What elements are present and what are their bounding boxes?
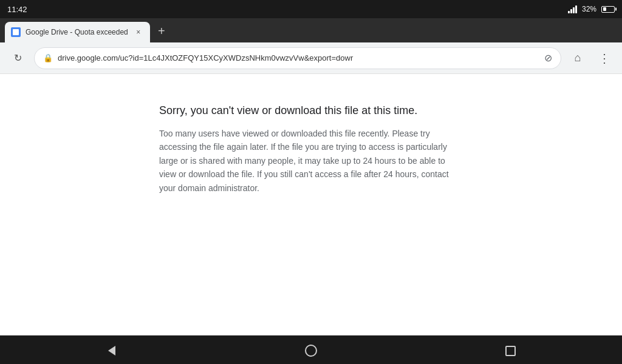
new-tab-button[interactable]: + — [152, 22, 171, 40]
back-button[interactable] — [100, 339, 124, 363]
recent-apps-icon — [505, 346, 516, 356]
tab-title: Google Drive - Quota exceeded — [26, 28, 128, 36]
home-button[interactable]: ⌂ — [567, 48, 588, 69]
home-nav-button[interactable] — [299, 339, 323, 363]
battery-icon — [601, 6, 615, 13]
tab-favicon — [11, 27, 21, 37]
menu-button[interactable]: ⋮ — [594, 48, 615, 69]
status-time: 11:42 — [7, 5, 27, 14]
battery-percent: 32% — [582, 5, 596, 13]
more-options-icon: ⋮ — [598, 51, 610, 66]
bottom-nav — [0, 335, 622, 364]
status-indicators: 32% — [568, 5, 615, 13]
lock-icon: 🔒 — [43, 53, 53, 62]
refresh-button[interactable]: ↻ — [7, 48, 28, 69]
bookmark-icon[interactable]: ⊘ — [544, 52, 552, 64]
home-icon: ⌂ — [575, 52, 581, 64]
status-bar: 11:42 32% — [0, 0, 622, 18]
refresh-icon: ↻ — [14, 52, 22, 64]
url-text: drive.google.com/uc?id=1Lc4JXtOZFQY15XCy… — [58, 53, 539, 62]
home-nav-icon — [305, 345, 317, 357]
error-title: Sorry, you can't view or download this f… — [159, 104, 463, 117]
error-body: Too many users have viewed or downloaded… — [159, 127, 463, 195]
back-icon — [108, 346, 115, 356]
error-container: Sorry, you can't view or download this f… — [159, 104, 463, 195]
time-display: 11:42 — [7, 5, 27, 14]
tab-close-button[interactable]: × — [133, 27, 144, 38]
tab-bar: Google Drive - Quota exceeded × + — [0, 18, 622, 42]
wifi-icon — [568, 5, 577, 13]
url-box[interactable]: 🔒 drive.google.com/uc?id=1Lc4JXtOZFQY15X… — [34, 47, 561, 69]
address-bar: ↻ 🔒 drive.google.com/uc?id=1Lc4JXtOZFQY1… — [0, 42, 622, 74]
active-tab[interactable]: Google Drive - Quota exceeded × — [5, 22, 150, 42]
page-content: Sorry, you can't view or download this f… — [0, 74, 622, 334]
recent-apps-button[interactable] — [498, 339, 522, 363]
